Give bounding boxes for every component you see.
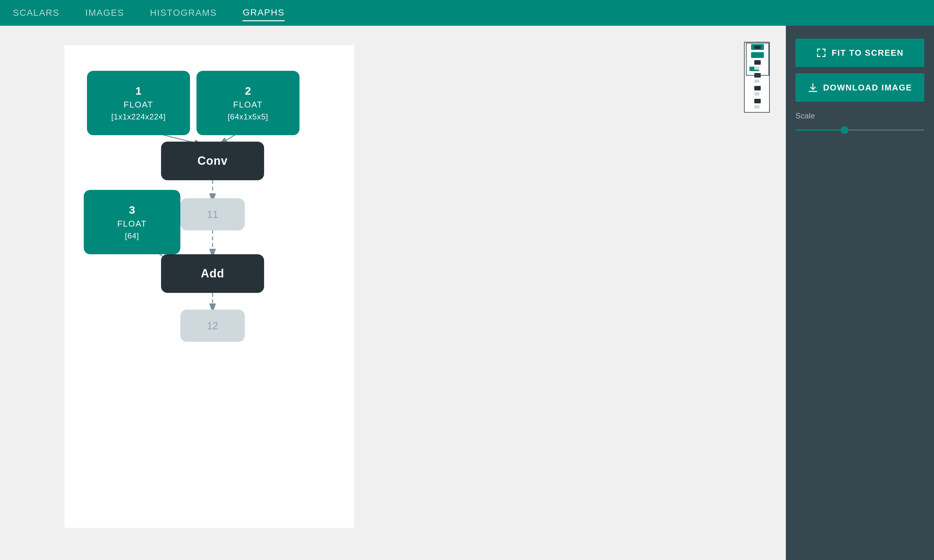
minimap[interactable] <box>744 42 770 113</box>
fit-to-screen-button[interactable]: FIT TO SCREEN <box>795 38 924 67</box>
node-1[interactable]: 1 FLOAT [1x1x224x224] <box>87 71 190 135</box>
svg-rect-16 <box>754 86 761 91</box>
node-add-label: Add <box>201 267 225 280</box>
svg-rect-28 <box>825 54 826 57</box>
download-image-button[interactable]: DOWNLOAD IMAGE <box>795 73 924 102</box>
scale-section: Scale <box>795 111 924 133</box>
scale-label: Scale <box>795 111 924 120</box>
tab-scalars[interactable]: SCALARS <box>13 5 60 21</box>
fit-to-screen-label: FIT TO SCREEN <box>832 48 903 58</box>
node-conv[interactable]: Conv <box>161 142 264 180</box>
node-3-number: 3 <box>129 204 135 216</box>
header: SCALARS IMAGES HISTOGRAMS GRAPHS <box>0 0 934 26</box>
svg-rect-9 <box>754 46 761 49</box>
node-2[interactable]: 2 FLOAT [64x1x5x5] <box>196 71 299 135</box>
svg-rect-19 <box>754 105 760 108</box>
svg-rect-13 <box>754 67 760 70</box>
scale-slider-container[interactable] <box>795 127 924 133</box>
svg-rect-26 <box>817 54 818 57</box>
svg-rect-24 <box>825 49 826 52</box>
graph-viewport[interactable]: 1 FLOAT [1x1x224x224] 2 FLOAT [64x1x5x5]… <box>65 45 354 528</box>
node-1-shape: [1x1x224x224] <box>111 112 165 122</box>
right-sidebar: FIT TO SCREEN DOWNLOAD IMAGE Scale <box>786 26 934 560</box>
node-12-label: 12 <box>207 320 218 332</box>
tab-images[interactable]: IMAGES <box>85 5 124 21</box>
node-add[interactable]: Add <box>161 254 264 293</box>
node-11[interactable]: 11 <box>180 198 245 231</box>
node-1-type: FLOAT <box>124 100 153 110</box>
tab-histograms[interactable]: HISTOGRAMS <box>150 5 217 21</box>
node-2-number: 2 <box>245 85 251 97</box>
node-12[interactable]: 12 <box>180 309 245 342</box>
node-11-label: 11 <box>207 209 218 220</box>
graph-canvas[interactable]: 1 FLOAT [1x1x224x224] 2 FLOAT [64x1x5x5]… <box>0 26 786 560</box>
node-3-type: FLOAT <box>117 219 147 229</box>
node-3[interactable]: 3 FLOAT [64] <box>84 190 180 254</box>
tab-graphs[interactable]: GRAPHS <box>242 5 284 21</box>
download-icon <box>808 82 818 93</box>
svg-rect-11 <box>754 60 761 65</box>
scale-thumb[interactable] <box>841 126 848 134</box>
minimap-svg <box>744 43 770 113</box>
scale-track-fill <box>795 129 847 131</box>
node-2-shape: [64x1x5x5] <box>228 112 268 122</box>
node-3-shape: [64] <box>125 231 139 240</box>
svg-rect-10 <box>751 52 764 58</box>
fit-screen-icon <box>816 48 826 58</box>
svg-rect-22 <box>817 49 818 52</box>
download-image-label: DOWNLOAD IMAGE <box>823 83 912 93</box>
node-2-type: FLOAT <box>233 100 263 110</box>
scale-track <box>795 129 924 131</box>
main-layout: 1 FLOAT [1x1x224x224] 2 FLOAT [64x1x5x5]… <box>0 26 934 560</box>
node-conv-label: Conv <box>197 154 228 168</box>
svg-rect-17 <box>754 92 760 95</box>
svg-rect-18 <box>754 99 761 103</box>
node-1-number: 1 <box>136 85 142 97</box>
svg-rect-15 <box>754 80 760 83</box>
